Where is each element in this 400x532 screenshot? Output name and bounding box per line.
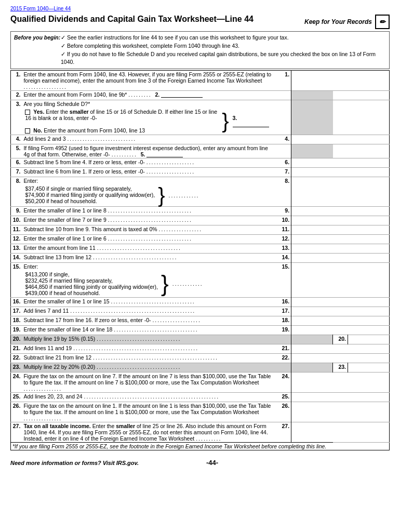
answer-field[interactable]: [291, 316, 333, 326]
answer-field[interactable]: [291, 326, 333, 335]
line-number: 10.: [11, 216, 22, 225]
line-label: [276, 144, 291, 158]
line-number: 17.: [11, 307, 22, 316]
line-desc: Subtract line 13 from line 12 ..........…: [22, 254, 276, 263]
line-label: [276, 335, 291, 344]
table-row: 3. Are you filing Schedule D?* Yes. Ente…: [11, 100, 390, 135]
line-desc: Multiply line 19 by 15% (0.15) .........…: [22, 335, 276, 344]
line-number: 21.: [11, 344, 22, 354]
line-number: 24.: [11, 373, 22, 393]
answer-field[interactable]: [291, 354, 333, 363]
answer-field[interactable]: [348, 335, 390, 344]
line-number: 6.: [11, 158, 22, 168]
answer-field[interactable]: [291, 254, 333, 263]
checkbox-yes[interactable]: [25, 110, 30, 115]
answer-field[interactable]: [291, 216, 333, 225]
line-number: 13.: [11, 244, 22, 254]
line-desc: Add lines 11 and 19 ....................…: [22, 344, 276, 354]
line-desc: Are you filing Schedule D?* Yes. Enter t…: [22, 100, 276, 135]
footer-note: *If you are filing Form 2555 or 2555-EZ,…: [11, 443, 333, 450]
table-row: 24. Figure the tax on the amount on line…: [11, 373, 390, 393]
line-label: 17.: [276, 307, 291, 316]
answer-field-shaded: [291, 91, 333, 100]
line-desc: Enter the smaller of line 1 or line 6 ..…: [22, 235, 276, 244]
table-row: 22. Subtract line 21 from line 12 ......…: [11, 354, 390, 363]
answer-field[interactable]: [291, 235, 333, 244]
table-row: 5. If filing Form 4952 (used to figure i…: [11, 144, 390, 158]
line-number: 5.: [11, 144, 22, 158]
answer-field[interactable]: [291, 135, 333, 144]
line-desc: Enter the smaller of line 1 or line 15 .…: [22, 298, 276, 307]
answer-field[interactable]: [291, 402, 333, 422]
line-desc: Figure the tax on the amount on line 1. …: [22, 402, 276, 422]
form-top-link[interactable]: 2015 Form 1040—Line 44: [10, 6, 71, 11]
line-desc: Enter: $37,450 if single or married fili…: [22, 177, 276, 207]
answer-field[interactable]: [291, 207, 333, 216]
before-begin-block: Before you begin: ✓ See the earlier inst…: [10, 31, 390, 69]
line-desc: Add lines 7 and 11 .....................…: [22, 307, 276, 316]
answer-field[interactable]: [291, 344, 333, 354]
line-label: 10.: [276, 216, 291, 225]
answer-field[interactable]: [291, 225, 333, 235]
table-row: 15. Enter: $413,200 if single, $232,425 …: [11, 263, 390, 298]
table-row: 26. Figure the tax on the amount on line…: [11, 402, 390, 422]
line-label: 11.: [276, 225, 291, 235]
answer-field[interactable]: [291, 393, 333, 402]
line-number: 15.: [11, 263, 22, 298]
line-desc: Subtract line 10 from line 9. This amoun…: [22, 225, 276, 235]
answer-field[interactable]: [291, 422, 333, 443]
line-label: [276, 100, 291, 135]
line-number: 26.: [11, 402, 22, 422]
line-label: 1.: [276, 71, 291, 91]
table-row: 2. Enter the amount from Form 1040, line…: [11, 91, 390, 100]
line-desc: Subtract line 17 from line 16. If zero o…: [22, 316, 276, 326]
line-number: 4.: [11, 135, 22, 144]
table-row: 16. Enter the smaller of line 1 or line …: [11, 298, 390, 307]
line-label: 14.: [276, 254, 291, 263]
answer-field[interactable]: [291, 168, 333, 177]
answer-field[interactable]: [291, 307, 333, 316]
page-footer: Need more information or forms? Visit IR…: [10, 459, 390, 467]
line-label: 24.: [276, 373, 291, 393]
line-number: 11.: [11, 225, 22, 235]
table-row: 11. Subtract line 10 from line 9. This a…: [11, 225, 390, 235]
line-number: 1.: [11, 71, 22, 91]
line-desc: Enter the smaller of line 14 or line 18 …: [22, 326, 276, 335]
answer-field[interactable]: [291, 177, 333, 207]
line-number: 27.: [11, 422, 22, 443]
answer-field[interactable]: [291, 244, 333, 254]
answer-field[interactable]: [291, 373, 333, 393]
line-label: [276, 363, 291, 373]
table-row: 17. Add lines 7 and 11 .................…: [11, 307, 390, 316]
answer-field[interactable]: [291, 71, 333, 91]
line-desc: Enter the amount from Form 1040, line 43…: [22, 71, 276, 91]
line-label: 25.: [276, 393, 291, 402]
line-label: 26.: [276, 402, 291, 422]
table-row: 27. Tax on all taxable income. Enter the…: [11, 422, 390, 443]
answer-field[interactable]: [291, 298, 333, 307]
table-row: 1. Enter the amount from Form 1040, line…: [11, 71, 390, 91]
answer-field[interactable]: [291, 158, 333, 168]
line-label: 12.: [276, 235, 291, 244]
line-number: 25.: [11, 393, 22, 402]
line-label: 9.: [276, 207, 291, 216]
answer-field[interactable]: [291, 263, 333, 298]
table-row: 8. Enter: $37,450 if single or married f…: [11, 177, 390, 207]
line-desc: Subtract line 6 from line 1. If zero or …: [22, 168, 276, 177]
table-row: 12. Enter the smaller of line 1 or line …: [11, 235, 390, 244]
line-desc: Figure the tax on the amount on line 7. …: [22, 373, 276, 393]
line-desc: Subtract line 5 from line 4. If zero or …: [22, 158, 276, 168]
line-desc: Subtract line 21 from line 12 ..........…: [22, 354, 276, 363]
table-row: 4. Add lines 2 and 3 ...................…: [11, 135, 390, 144]
line-desc: Add lines 20, 23, and 24 ...............…: [22, 393, 276, 402]
checkbox-no[interactable]: [25, 128, 30, 134]
line-number: 23.: [11, 363, 22, 373]
table-row: 25. Add lines 20, 23, and 24 ...........…: [11, 393, 390, 402]
line-number: 16.: [11, 298, 22, 307]
line-desc: Multiply line 22 by 20% (0.20) .........…: [22, 363, 276, 373]
book-icon: ✏: [375, 15, 390, 29]
line-number: 7.: [11, 168, 22, 177]
line-desc: Enter the smaller of line 7 or line 9 ..…: [22, 216, 276, 225]
answer-field[interactable]: [348, 363, 390, 373]
line-label: [276, 91, 291, 100]
